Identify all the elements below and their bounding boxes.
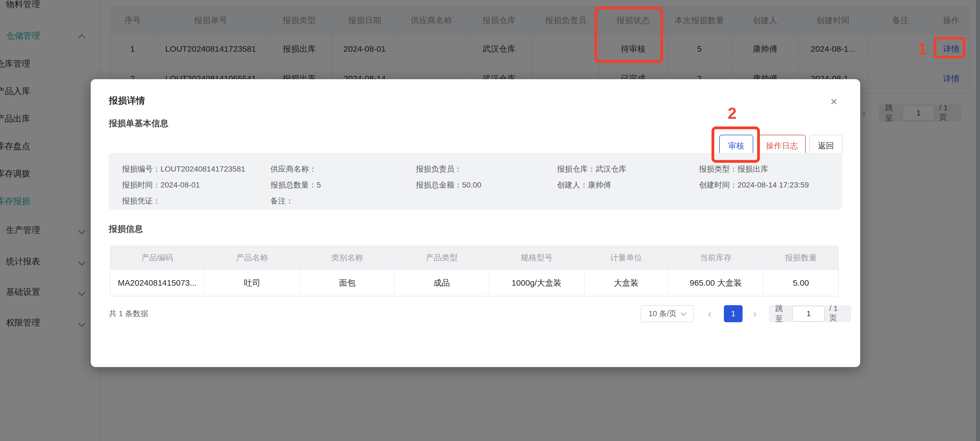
annotation-step-1: 1 [918, 40, 927, 58]
table-cell: 1000g/大盒装 [489, 269, 584, 296]
info-supplier: 供应商名称： [270, 164, 416, 174]
prev-page-icon[interactable]: ‹ [708, 305, 711, 322]
section-damage-items-title: 报损信息 [109, 223, 143, 235]
section-basic-info-title: 报损单基本信息 [109, 118, 169, 129]
table-cell: 965.00 大盒装 [668, 269, 764, 296]
info-created-at: 创建时间：2024-08-14 17:23:59 [699, 180, 842, 190]
column-header: 类别名称 [301, 246, 395, 269]
page-total-label: / 1 页 [829, 304, 845, 323]
table-cell: 大盒装 [584, 269, 668, 296]
info-voucher: 报损凭证： [122, 196, 270, 206]
table-header-row: 产品编码 产品名称 类别名称 产品类型 规格型号 计量单位 当前库存 报损数量 [110, 246, 838, 269]
jump-label: 跳至 [775, 303, 788, 324]
chevron-down-icon [681, 310, 687, 316]
info-type: 报损类型：报损出库 [699, 164, 842, 174]
annotation-box-audit-button [711, 126, 760, 163]
page-number-button[interactable]: 1 [724, 305, 743, 322]
table-row: MA2024081415073... 吐司 面包 成品 1000g/大盒装 大盒… [110, 269, 838, 296]
table-cell: 面包 [301, 269, 395, 296]
table-cell: 吐司 [204, 269, 301, 296]
annotation-step-2: 2 [728, 104, 737, 123]
jump-page-input[interactable] [792, 306, 825, 322]
annotation-box-detail-link [934, 37, 965, 58]
page-jumper: 跳至 / 1 页 [768, 305, 851, 322]
close-icon[interactable]: ✕ [830, 96, 838, 107]
table-cell: 5.00 [764, 269, 838, 296]
damage-detail-modal: 报损详情 ✕ 报损单基本信息 审核 操作日志 返回 报损编号：LOUT20240… [91, 79, 860, 367]
total-count-label: 共 1 条数据 [109, 305, 148, 322]
info-total-qty: 报损总数量：5 [270, 180, 416, 190]
column-header: 当前库存 [668, 246, 764, 269]
damage-items-table: 产品编码 产品名称 类别名称 产品类型 规格型号 计量单位 当前库存 报损数量 … [110, 246, 839, 296]
column-header: 计量单位 [584, 246, 668, 269]
annotation-box-status-column [595, 6, 663, 63]
info-warehouse: 报损仓库：武汉仓库 [557, 164, 699, 174]
column-header: 产品类型 [395, 246, 489, 269]
info-remark: 备注： [270, 196, 416, 206]
info-time: 报损时间：2024-08-01 [122, 180, 270, 190]
column-header: 产品名称 [204, 246, 301, 269]
info-total-amount: 报损总金额：50.00 [416, 180, 557, 190]
product-code-cell: MA2024081415073... [110, 269, 204, 296]
modal-title: 报损详情 [109, 95, 145, 107]
info-manager: 报损负责员： [416, 164, 557, 174]
column-header: 产品编码 [110, 246, 204, 269]
table-cell: 成品 [395, 269, 489, 296]
column-header: 规格型号 [489, 246, 584, 269]
info-damage-no: 报损编号：LOUT202408141723581 [122, 164, 270, 174]
modal-pagination: 共 1 条数据 10 条/页 ‹ 1 › 跳至 / 1 页 [109, 305, 842, 322]
next-page-icon[interactable]: › [753, 305, 757, 322]
page-size-value: 10 条/页 [649, 309, 677, 319]
page-size-select[interactable]: 10 条/页 [641, 305, 694, 322]
column-header: 报损数量 [764, 246, 838, 269]
info-creator: 创建人：康帅傅 [557, 180, 699, 190]
